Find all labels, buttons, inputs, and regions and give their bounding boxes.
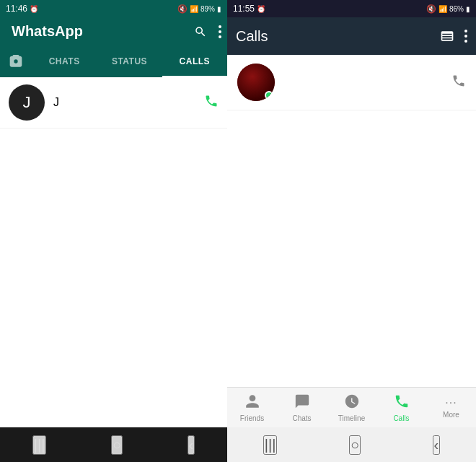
bottom-nav-friends[interactable]: Friends <box>227 393 277 422</box>
right-nav-recents[interactable]: ||| <box>263 435 278 455</box>
bottom-nav-timeline-label: Timeline <box>338 414 365 422</box>
phone-icon <box>204 94 219 108</box>
bottom-nav-calls-label: Calls <box>393 414 409 422</box>
right-alarm-icon: ⏰ <box>257 5 265 13</box>
call-phone-action[interactable] <box>451 74 466 92</box>
right-nav-bar: ||| ○ ‹ <box>227 427 476 462</box>
left-mute-icon: 🔇 <box>177 4 188 14</box>
camera-icon <box>9 54 23 69</box>
chat-name: J <box>53 96 204 109</box>
right-panel: 11:55 ⏰ 🔇 📶 86% ▮ Calls <box>227 0 476 462</box>
friends-icon <box>244 393 260 413</box>
tab-chats[interactable]: CHATS <box>32 45 97 77</box>
contacts-icon <box>440 29 454 43</box>
phone-call-icon <box>451 74 466 88</box>
left-nav-home[interactable]: ○ <box>111 435 123 455</box>
svg-point-4 <box>464 35 467 38</box>
left-header-icons <box>194 25 221 38</box>
menu-button[interactable] <box>219 25 221 38</box>
left-header: WhatsApp <box>0 17 227 45</box>
svg-point-0 <box>219 25 221 28</box>
chat-avatar: J <box>9 84 45 121</box>
timeline-icon <box>344 393 360 413</box>
right-mute-icon: 🔇 <box>426 4 436 14</box>
left-nav-recents[interactable]: ||| <box>32 435 47 455</box>
tab-camera[interactable] <box>0 54 32 69</box>
right-more-options-icon <box>464 30 467 43</box>
left-nav-back[interactable]: ‹ <box>188 435 195 455</box>
left-status-icons: 🔇 📶 89% ▮ <box>177 4 221 14</box>
right-header-icons <box>440 29 467 43</box>
more-options-icon <box>219 25 221 38</box>
right-battery-level: 86% <box>449 5 464 13</box>
call-avatar <box>237 64 275 101</box>
right-status-icons: 🔇 📶 86% ▮ <box>426 4 470 14</box>
left-alarm-icon: ⏰ <box>30 5 38 13</box>
left-panel: 11:46 ⏰ 🔇 📶 89% ▮ WhatsApp <box>0 0 227 462</box>
right-nav-home[interactable]: ○ <box>349 435 361 455</box>
more-icon: ··· <box>445 396 457 409</box>
left-battery-icon: ▮ <box>217 5 221 13</box>
bottom-nav-chats[interactable]: Chats <box>277 393 327 422</box>
call-item[interactable] <box>227 55 476 110</box>
search-button[interactable] <box>194 25 207 38</box>
right-signal-icon: 📶 <box>438 5 447 13</box>
left-app-title: WhatsApp <box>12 23 83 40</box>
contacts-button[interactable] <box>440 29 454 43</box>
right-nav-back[interactable]: ‹ <box>433 435 441 455</box>
search-icon <box>194 25 207 38</box>
right-bottom-nav: Friends Chats Timeline Calls ··· More <box>227 387 476 427</box>
right-header: Calls <box>227 17 476 55</box>
bottom-nav-more[interactable]: ··· More <box>426 396 476 419</box>
online-badge <box>265 91 273 100</box>
svg-point-5 <box>464 40 467 43</box>
chat-list: J J <box>0 77 227 427</box>
svg-point-2 <box>219 35 221 38</box>
right-time: 11:55 ⏰ <box>233 4 265 14</box>
chat-item[interactable]: J J <box>0 77 227 128</box>
left-time: 11:46 ⏰ <box>6 4 38 14</box>
calls-nav-icon <box>394 393 410 413</box>
svg-point-3 <box>464 30 467 32</box>
bottom-nav-friends-label: Friends <box>240 414 264 422</box>
calls-list <box>227 55 476 387</box>
tab-calls[interactable]: CALLS <box>162 45 227 77</box>
tabs-bar: CHATS STATUS CALLS <box>0 45 227 77</box>
right-battery-icon: ▮ <box>466 5 470 13</box>
svg-point-1 <box>219 30 221 33</box>
tab-status[interactable]: STATUS <box>97 45 162 77</box>
chat-info: J <box>53 96 204 109</box>
left-nav-bar: ||| ○ ‹ <box>0 427 227 462</box>
left-signal-icon: 📶 <box>190 5 198 13</box>
left-status-bar: 11:46 ⏰ 🔇 📶 89% ▮ <box>0 0 227 17</box>
bottom-nav-chats-label: Chats <box>292 414 311 422</box>
right-menu-button[interactable] <box>464 30 467 43</box>
bottom-nav-calls[interactable]: Calls <box>376 393 426 422</box>
right-header-title: Calls <box>236 28 268 45</box>
right-status-bar: 11:55 ⏰ 🔇 📶 86% ▮ <box>227 0 476 17</box>
bottom-nav-timeline[interactable]: Timeline <box>327 393 376 422</box>
left-battery-level: 89% <box>200 5 215 13</box>
chats-nav-icon <box>294 393 310 413</box>
call-phone-icon[interactable] <box>204 94 219 112</box>
bottom-nav-more-label: More <box>443 411 459 419</box>
